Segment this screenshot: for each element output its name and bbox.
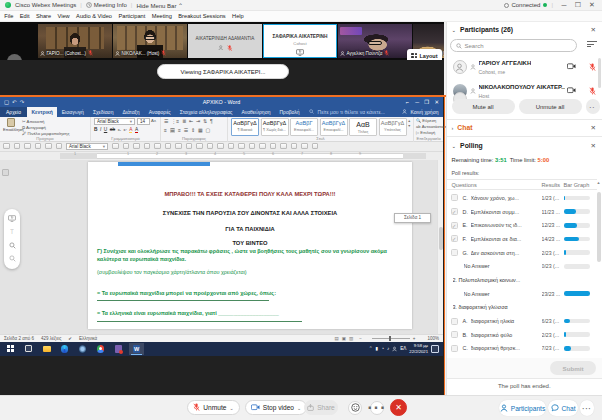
qat-font-combo[interactable]: Arial Black▾ <box>66 143 108 150</box>
word-share-button[interactable]: Κοινή χρήση <box>397 107 443 117</box>
word-quick-access-toolbar[interactable]: Arial Black▾ <box>0 142 443 152</box>
style-title[interactable]: ΑαΒΤίτλος <box>349 118 377 136</box>
stop-video-button[interactable]: Stop video ⌄ <box>245 400 307 415</box>
word-tab-layout[interactable]: Διάταξη <box>118 107 144 117</box>
hide-menu-bar-button[interactable]: Hide Menu Bar ⌃ <box>136 2 183 9</box>
taskbar-edge-icon[interactable] <box>57 343 72 356</box>
zoom-out-icon[interactable] <box>9 255 16 262</box>
poll-answer-row[interactable]: C.Χάνουν χρόνο, χω...1/23 (... <box>447 191 597 205</box>
participants-sort-icon[interactable] <box>587 41 597 50</box>
submit-button[interactable]: Submit <box>550 361 596 375</box>
paste-button[interactable]: Επικόλληση <box>3 118 19 135</box>
action-center-icon[interactable] <box>431 345 439 353</box>
polling-header[interactable]: ⌄ Polling ✕ <box>447 138 602 153</box>
mute-all-button[interactable]: Mute all <box>452 99 515 114</box>
leave-meeting-button[interactable]: ✕ <box>390 399 407 416</box>
scroll-up-icon[interactable]: ▲ <box>597 180 601 185</box>
camera-on-icon[interactable] <box>567 63 576 70</box>
poll-checkbox[interactable] <box>451 249 458 256</box>
taskbar-explorer-icon[interactable] <box>39 343 54 356</box>
poll-answer-row[interactable]: C.διαφορετική θρησκ...7/23 (... <box>447 342 597 356</box>
zoom-percent[interactable]: 100% <box>427 336 439 341</box>
word-tab-design[interactable]: Σχεδίαση <box>88 107 118 117</box>
task-view-button[interactable] <box>21 343 36 356</box>
tray-battery-icon[interactable]: ▮ <box>376 346 379 351</box>
word-close-button[interactable]: ✕ <box>434 99 439 105</box>
taskbar-word-icon[interactable]: W <box>129 343 144 356</box>
poll-question-row[interactable]: 2. Πολυπολιτισμική κοινων... <box>447 273 597 287</box>
polling-scrollbar-thumb[interactable] <box>597 192 601 262</box>
poll-checkbox[interactable] <box>451 318 458 325</box>
view-print-icon[interactable]: ▣ <box>342 336 346 341</box>
polling-collapse-icon[interactable]: ⌄ <box>452 143 457 149</box>
word-tab-home[interactable]: Κεντρική <box>27 107 57 117</box>
menu-meeting[interactable]: Meeting <box>152 13 172 19</box>
minimize-button[interactable]: ─ <box>557 2 571 9</box>
panel-more-button[interactable]: ··· <box>580 400 594 416</box>
video-tile-gariou[interactable]: ΓΑΡΙΟ... (Cohost...) <box>38 24 112 58</box>
status-page[interactable]: Σελίδα 2 από 6 <box>4 336 34 341</box>
reactions-button[interactable] <box>348 401 362 415</box>
underline-button[interactable]: U <box>104 127 107 132</box>
taskbar-photos-icon[interactable] <box>75 343 90 356</box>
style-no-spacing[interactable]: ΑαΒβΓγΔ¶ Χωρίς διά... <box>261 118 289 136</box>
menu-edit[interactable]: Edit <box>20 13 30 19</box>
poll-answer-row[interactable]: B.διαφορετικό φύλο2/23 (... <box>447 328 597 342</box>
word-tab-references[interactable]: Αναφορές <box>144 107 175 117</box>
word-document-area[interactable]: ΜΠΡΑΒΟ!!! ΤΑ ΕΧΕΙΣ ΚΑΤΑΦΕΡΕΙ ΠΟΛΥ ΚΑΛΑ Μ… <box>0 160 443 335</box>
word-tab-view[interactable]: Προβολή <box>275 107 304 117</box>
menu-share[interactable]: Share <box>36 13 51 19</box>
close-button[interactable]: ✕ <box>585 1 599 9</box>
style-subtitle[interactable]: ΑαΒβΓγΔΥπότιτλος <box>379 118 407 136</box>
menu-participant[interactable]: Participant <box>118 13 145 19</box>
chat-toggle-button[interactable]: Chat <box>548 400 578 416</box>
tray-language[interactable]: ΕΛ <box>400 346 406 351</box>
word-minimize-button[interactable]: ─ <box>415 99 419 105</box>
status-words[interactable]: 429 λέξεις <box>41 336 61 341</box>
font-name-combo[interactable]: Arial Black▾ <box>94 118 135 125</box>
polling-scrollbar[interactable]: ▲ ▼ <box>596 180 601 380</box>
start-button[interactable] <box>3 343 18 356</box>
video-tile-aggeliki[interactable]: Αγγελίκη Πούντζα <box>338 24 412 58</box>
share-toolbar-handle-icon[interactable] <box>2 169 9 176</box>
zoom-slider[interactable] <box>372 338 410 339</box>
video-tile-aikaterinidi[interactable]: ΑΙΚΑΤΕΡΙΝΙΔΗ ΑΔΑΜΑΝΤΙΑ <box>188 24 262 58</box>
poll-answer-row[interactable]: A.διαφορετική ηλικία6/23 (... <box>447 314 597 328</box>
highlight-button[interactable]: A <box>129 127 132 133</box>
tray-mic-icon[interactable] <box>392 346 397 352</box>
poll-checkbox[interactable] <box>451 345 458 352</box>
taskbar-clock[interactable]: 9:58 μμ22/2/2021 <box>409 343 428 354</box>
chat-expand-icon[interactable]: › <box>452 125 454 131</box>
paragraph-icons-row2[interactable]: ≡☰≡☰⇕▦▢ <box>164 128 210 133</box>
status-language[interactable]: Ελληνικά <box>79 336 97 341</box>
view-web-icon[interactable]: ▥ <box>349 336 353 341</box>
participants-collapse-icon[interactable]: ⌄ <box>452 27 457 33</box>
maximize-button[interactable]: ☐ <box>571 1 585 9</box>
poll-question-row[interactable]: 3. διαφορετική γλώσσα <box>447 301 597 315</box>
participant-row[interactable]: ΓΑΡΙΟΥ ΑΓΓΕΛΙΚΗ Cohost, me <box>447 56 602 80</box>
style-normal[interactable]: ΑαΒβΓγΔ¶ Βασικό <box>231 118 259 136</box>
poll-answer-row[interactable]: G.Δεν ασκούνται στη...2/23 (... <box>447 246 597 260</box>
view-read-icon[interactable]: ▤ <box>334 336 338 341</box>
participants-close-icon[interactable]: ✕ <box>591 26 596 34</box>
menu-view[interactable]: View <box>57 13 69 19</box>
chat-close-icon[interactable]: ✕ <box>591 124 596 132</box>
unmute-options-chevron[interactable]: ⌄ <box>229 405 233 411</box>
menu-audio-video[interactable]: Audio & Video <box>76 13 112 19</box>
zoom-in-icon[interactable] <box>9 242 16 249</box>
menu-help[interactable]: Help <box>232 13 244 19</box>
styles-scroll-buttons[interactable]: ▲▼ <box>408 119 411 130</box>
word-tab-mailings[interactable]: Στοιχεία αλληλογραφίας <box>175 107 237 117</box>
unmute-button[interactable]: Unmute ⌄ <box>187 400 240 415</box>
poll-answer-row[interactable]: No Answer0/23 (... <box>447 259 597 273</box>
video-tile-safarika-active[interactable]: ΣΑΦΑΡΙΚΑ ΑΙΚΑΤΕΡΙΝΗ Cohost <box>263 24 337 58</box>
poll-answer-row[interactable]: ✓E.Επικοινωνούν τις ιδ...12/23 ... <box>447 218 597 232</box>
polling-close-icon[interactable]: ✕ <box>591 142 596 150</box>
tray-chevron-icon[interactable]: ⌃ <box>369 346 373 351</box>
style-heading1[interactable]: ΑαΒβΓΕπικεφαλί... <box>290 118 318 136</box>
bold-button[interactable]: B <box>94 127 97 132</box>
italic-button[interactable]: I <box>100 127 101 132</box>
word-tell-me[interactable]: Πείτε μου τι θέλετε να κάνετε... <box>304 107 389 117</box>
document-scrollbar[interactable] <box>437 160 443 335</box>
word-ribbon-options-icon[interactable]: ⌐ <box>406 99 409 105</box>
